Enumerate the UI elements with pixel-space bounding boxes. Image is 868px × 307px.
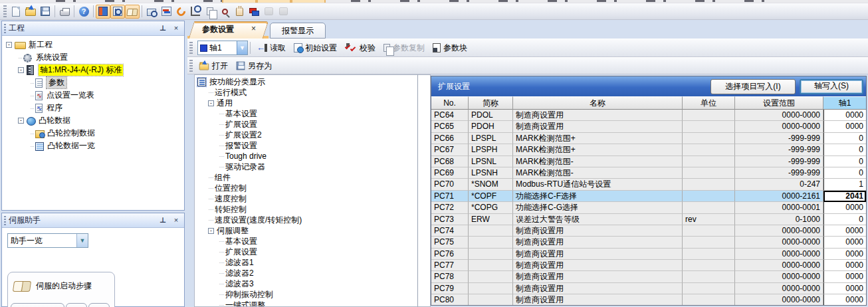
function-tree-item[interactable]: ····扩展设置2 — [196, 130, 417, 140]
toolbar-button[interactable]: 校验 — [341, 40, 380, 56]
expander-minus-icon[interactable]: - — [208, 228, 214, 234]
file-toolbar-button[interactable]: 打开 — [195, 58, 232, 74]
axis-value-cell[interactable]: 0000 — [823, 283, 866, 294]
help-button[interactable]: ? — [76, 5, 91, 19]
expander-minus-icon[interactable]: - — [18, 67, 24, 73]
axis-value-cell[interactable]: 0000 — [823, 271, 866, 282]
table-row[interactable]: PC70*SNOMModbus-RTU通信站号设置0-2471 — [431, 179, 866, 190]
function-tree-item[interactable]: ····转矩控制 — [196, 204, 417, 215]
axis-value-cell[interactable]: 0000 — [823, 110, 866, 121]
pin-icon[interactable]: ⊥ — [158, 23, 168, 33]
function-tree-item[interactable]: ····滤波器2 — [196, 268, 417, 278]
function-tree-item[interactable]: ····滤波器1 — [196, 257, 417, 268]
axis-value-cell[interactable]: 0 — [823, 133, 866, 144]
tree-item[interactable]: ···凸轮控制数据 — [2, 127, 184, 140]
axis-value-cell[interactable]: 0000 — [823, 294, 866, 305]
startup-step-tab[interactable]: 伺服 电机 — [66, 303, 87, 307]
axis-value-cell[interactable]: 0000 — [823, 260, 866, 271]
monitor-search-button[interactable] — [144, 5, 159, 19]
expander-minus-icon[interactable]: - — [6, 42, 12, 48]
axis-graph-button[interactable] — [188, 5, 203, 19]
axis-value-cell[interactable]: 1 — [823, 179, 866, 190]
table-row[interactable]: PC78制造商设置用0000-00000000 — [431, 271, 866, 282]
expander-minus-icon[interactable]: - — [18, 118, 24, 124]
save-button[interactable] — [38, 5, 53, 19]
axis-write-button[interactable]: 轴写入(S) — [800, 79, 863, 94]
function-tree-item[interactable]: ····基本设置 — [196, 236, 417, 247]
tree-item[interactable]: ···参数 — [2, 76, 184, 89]
expander-minus-icon[interactable]: - — [208, 100, 214, 106]
function-tree-item[interactable]: ····速度设置(速度/转矩控制) — [196, 215, 417, 225]
assistant-book-button[interactable] — [125, 5, 140, 19]
function-tree-item[interactable]: ····运行模式 — [196, 87, 417, 98]
read-button[interactable]: 读取 — [253, 40, 290, 56]
rotate-test-button[interactable] — [173, 5, 188, 19]
table-row[interactable]: PC74制造商设置用0000-00000000 — [431, 225, 866, 237]
tab-parameter-settings-label[interactable]: 参数设置 — [202, 24, 234, 35]
tree-scroll-area[interactable] — [417, 74, 431, 307]
function-tree-item[interactable]: ····位置控制 — [196, 183, 417, 193]
function-tree-item[interactable]: ····驱动记录器 — [196, 161, 417, 172]
toolbar-button[interactable]: 参数块 — [429, 40, 471, 56]
open-file-button[interactable] — [23, 5, 38, 19]
table-row[interactable]: PC69LPSNHMARK检测范围--999-9990 — [431, 167, 866, 179]
tab-close-icon[interactable]: × — [251, 24, 256, 33]
function-tree-item[interactable]: ····一键式调整 — [196, 300, 417, 307]
print-button[interactable] — [57, 5, 72, 19]
function-tree-item[interactable]: ····速度控制 — [196, 193, 417, 204]
tree-item[interactable]: -新工程 — [2, 39, 184, 51]
pin-icon[interactable]: ⊥ — [158, 215, 168, 225]
axis-value-cell[interactable]: 0000 — [823, 237, 866, 248]
function-tree-item[interactable]: ····报警设置 — [196, 140, 417, 151]
grayed-tool2-button[interactable] — [276, 5, 290, 19]
column-header[interactable]: 轴1 — [823, 96, 866, 110]
table-row[interactable]: PC73ERW误差过大警告等级rev0-10000 — [431, 214, 866, 225]
hand-pointer-button[interactable] — [232, 5, 247, 19]
axis-select[interactable]: 轴1 ▼ — [197, 41, 248, 55]
tab-alarm-display[interactable]: 报警显示 — [270, 23, 326, 39]
function-tree-item[interactable]: -伺服调整 — [196, 225, 417, 236]
function-tree-item[interactable]: -通用 — [196, 98, 417, 108]
function-tree-item[interactable]: ····Tough drive — [196, 151, 417, 161]
table-row[interactable]: PC64PDOL制造商设置用0000-00000000 — [431, 110, 866, 121]
column-header[interactable]: 设置范围 — [735, 96, 823, 110]
table-row[interactable]: PC67LPSPHMARK检测范围+-999-9990 — [431, 144, 866, 155]
axis-value-cell[interactable]: 0000 — [823, 121, 866, 132]
function-tree-item[interactable]: ····基本设置 — [196, 108, 417, 119]
toolbar-grip[interactable] — [3, 5, 7, 17]
function-tree-item[interactable]: ····扩展设置 — [196, 119, 417, 130]
axis-value-cell[interactable]: 0000 — [823, 225, 866, 237]
axis-value-cell[interactable]: 0 — [823, 167, 866, 179]
table-row[interactable]: PC80制造商设置用0000-00000000 — [431, 294, 866, 305]
function-tree-item[interactable]: 按功能分类显示 — [196, 76, 417, 87]
tree-item[interactable]: ···凸轮数据一览 — [2, 140, 184, 152]
chevron-down-icon[interactable]: ▼ — [76, 234, 88, 247]
project-panel-header[interactable]: 工程 ⊥ × — [2, 21, 184, 36]
transfer-button[interactable] — [159, 5, 173, 19]
assistant-panel-header[interactable]: 伺服助手 ⊥ × — [2, 213, 184, 228]
column-header[interactable]: 单位 — [683, 96, 735, 110]
toolbar-grip[interactable] — [189, 60, 193, 72]
close-icon[interactable]: × — [171, 23, 181, 33]
project-panel-button[interactable] — [96, 5, 110, 19]
tree-item[interactable]: ···系统设置 — [2, 51, 184, 64]
table-row[interactable]: PC65PDOH制造商设置用0000-00000000 — [431, 121, 866, 132]
chevron-down-icon[interactable]: ▼ — [237, 41, 247, 54]
assistant-dropdown[interactable]: 助手一览 ▼ — [7, 233, 88, 248]
table-row[interactable]: PC75制造商设置用0000-00000000 — [431, 237, 866, 248]
tree-item[interactable]: ···点设置一览表 — [2, 89, 184, 102]
tree-item[interactable]: ···程序 — [2, 102, 184, 114]
table-row[interactable]: PC71*COPF功能选择C-F选择0000-21612041 — [431, 191, 866, 202]
copy-button[interactable] — [203, 5, 217, 19]
tree-search-button[interactable] — [110, 5, 125, 19]
search-red-button[interactable] — [217, 5, 232, 19]
startup-step-tab[interactable]: step1伺服 放大器 — [11, 303, 64, 307]
table-row[interactable]: PC76制造商设置用0000-00000000 — [431, 249, 866, 260]
table-row[interactable]: PC68LPSNLMARK检测范围--999-9990 — [431, 156, 866, 167]
startup-step-tab[interactable]: 机械 — [88, 303, 110, 307]
close-icon[interactable]: × — [171, 215, 181, 225]
new-file-button[interactable] — [9, 5, 23, 19]
table-row[interactable]: PC77制造商设置用0000-00000000 — [431, 260, 866, 271]
axis-value-cell[interactable]: 0 — [823, 156, 866, 167]
table-row[interactable]: PC79制造商设置用0000-00000000 — [431, 283, 866, 294]
